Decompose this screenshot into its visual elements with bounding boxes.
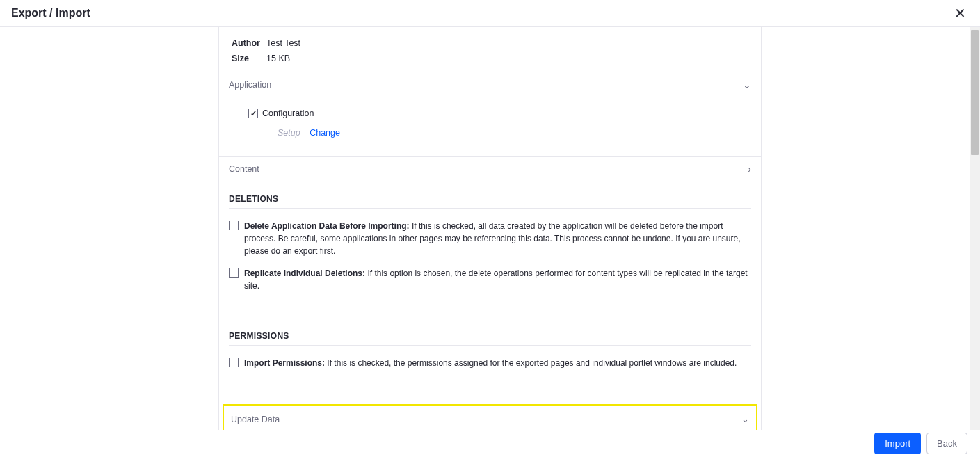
application-section-body: Configuration Setup Change xyxy=(219,97,761,156)
application-section-label: Application xyxy=(229,80,271,90)
delete-app-data-text: Delete Application Data Before Importing… xyxy=(244,220,751,257)
configuration-row: Configuration xyxy=(229,102,751,121)
modal-header: Export / Import ✕ xyxy=(0,0,980,27)
configuration-checkbox[interactable] xyxy=(248,109,258,118)
scroll-area[interactable]: Author Test Test Size 15 KB Application … xyxy=(0,27,980,430)
import-permissions-text: Import Permissions: If this is checked, … xyxy=(244,357,751,369)
scrollbar-thumb[interactable] xyxy=(971,30,979,155)
import-button[interactable]: Import xyxy=(874,433,921,454)
back-button[interactable]: Back xyxy=(926,433,967,454)
import-permissions-desc: If this is checked, the permissions assi… xyxy=(325,358,737,368)
import-permissions-checkbox[interactable] xyxy=(229,358,239,367)
replicate-deletions-text: Replicate Individual Deletions: If this … xyxy=(244,267,751,292)
replicate-deletions-row: Replicate Individual Deletions: If this … xyxy=(229,264,751,299)
update-data-label: Update Data xyxy=(231,415,280,424)
application-section-header[interactable]: Application ⌄ xyxy=(219,72,761,97)
replicate-deletions-label: Replicate Individual Deletions: xyxy=(244,268,365,278)
chevron-down-icon: ⌄ xyxy=(741,414,749,424)
delete-app-data-label: Delete Application Data Before Importing… xyxy=(244,221,410,231)
file-meta: Author Test Test Size 15 KB xyxy=(219,27,761,72)
modal-footer: Import Back xyxy=(0,430,980,457)
delete-app-data-checkbox[interactable] xyxy=(229,221,239,230)
delete-app-data-row: Delete Application Data Before Importing… xyxy=(229,217,751,264)
import-permissions-row: Import Permissions: If this is checked, … xyxy=(229,354,751,376)
permissions-title: PERMISSIONS xyxy=(229,327,751,346)
update-data-header[interactable]: Update Data ⌄ xyxy=(230,406,750,430)
page-title: Export / Import xyxy=(11,7,90,19)
close-icon[interactable]: ✕ xyxy=(951,3,969,23)
chevron-right-icon: › xyxy=(748,163,751,175)
permissions-section: PERMISSIONS Import Permissions: If this … xyxy=(219,312,761,389)
content-panel: Author Test Test Size 15 KB Application … xyxy=(218,27,762,430)
setup-row: Setup Change xyxy=(229,121,751,143)
scrollbar-track[interactable]: ▲ xyxy=(970,27,980,430)
meta-size-row: Size 15 KB xyxy=(219,51,761,66)
deletions-section: DELETIONS Delete Application Data Before… xyxy=(219,182,761,312)
change-link[interactable]: Change xyxy=(310,128,340,138)
meta-author-row: Author Test Test xyxy=(219,35,761,51)
setup-label: Setup xyxy=(278,128,300,138)
import-permissions-label: Import Permissions: xyxy=(244,358,325,368)
meta-author-value: Test Test xyxy=(266,38,300,48)
meta-author-label: Author xyxy=(232,38,266,48)
content-section-header[interactable]: Content › xyxy=(219,156,761,182)
configuration-label: Configuration xyxy=(262,109,314,118)
deletions-title: DELETIONS xyxy=(229,190,751,209)
chevron-down-icon: ⌄ xyxy=(743,79,751,90)
meta-size-value: 15 KB xyxy=(266,54,290,63)
update-data-section: Update Data ⌄ Mirror: All data and conte… xyxy=(223,404,757,430)
content-section-label: Content xyxy=(229,164,259,174)
meta-size-label: Size xyxy=(232,54,266,63)
replicate-deletions-checkbox[interactable] xyxy=(229,268,239,278)
